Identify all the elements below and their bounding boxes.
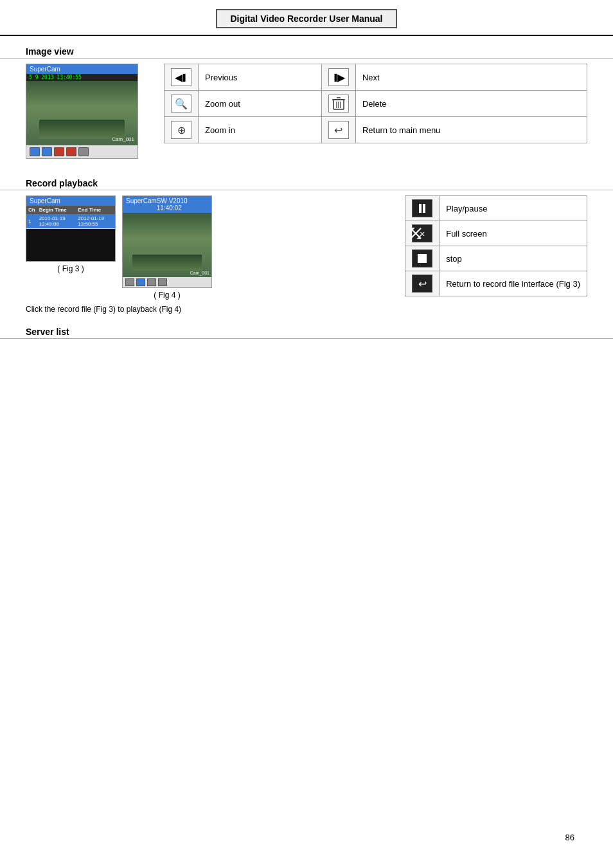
click-note: Click the record file (Fig 3) to playbac… bbox=[26, 305, 587, 314]
prev-icon-cell: ◀▌ bbox=[164, 64, 199, 91]
image-view-icon-table: ◀▌ Previous ▐▶ Next 🔍 Zoom out bbox=[164, 64, 587, 143]
fig4-titlebar: SuperCam SW V2010 11:40:02 bbox=[123, 196, 211, 213]
fig4-btn-2[interactable] bbox=[136, 278, 145, 286]
record-playback-title: Record playback bbox=[0, 178, 613, 190]
cam-toolbar-btn-4[interactable] bbox=[66, 147, 76, 156]
zoom-out-icon: 🔍 bbox=[171, 95, 191, 113]
table-row: ✕ Full screen bbox=[405, 221, 587, 246]
col-end: End Time bbox=[76, 206, 115, 214]
zoom-in-icon-cell: ⊕ bbox=[164, 117, 199, 143]
fig4-container: SuperCam SW V2010 11:40:02 Cam_001 ( Fig… bbox=[122, 195, 212, 300]
fig4-app-name: SuperCam bbox=[126, 197, 157, 212]
image-view-section: SuperCam 5 9 2013 13:40:55 Cam_001 ◀▌ Pr… bbox=[0, 64, 613, 159]
delete-icon-cell bbox=[321, 91, 355, 117]
fig4-toolbar bbox=[123, 277, 211, 287]
camera-toolbar bbox=[26, 145, 138, 158]
delete-icon bbox=[328, 95, 349, 113]
zoom-in-icon: ⊕ bbox=[171, 121, 191, 139]
record-content: SuperCam Ch Begin Time End Time bbox=[26, 195, 587, 300]
fig3-dark-area bbox=[26, 229, 115, 261]
stop-icon-cell bbox=[405, 246, 440, 271]
table-row: ⊕ Zoom in ↩ Return to main menu bbox=[164, 117, 587, 143]
fig3-header-row: Ch Begin Time End Time bbox=[26, 206, 115, 214]
table-row: stop bbox=[405, 246, 587, 271]
camera-cam-label: Cam_001 bbox=[112, 136, 134, 142]
zoom-out-icon-cell: 🔍 bbox=[164, 91, 199, 117]
return-main-label: Return to main menu bbox=[355, 117, 587, 143]
row-ch: 1 bbox=[26, 214, 37, 229]
fig4-timestamp: SW V2010 11:40:02 bbox=[157, 197, 208, 212]
fig3-titlebar: SuperCam bbox=[26, 196, 115, 206]
zoom-in-label: Zoom in bbox=[199, 117, 322, 143]
prev-label: Previous bbox=[199, 64, 322, 91]
next-label: Next bbox=[355, 64, 587, 91]
return-main-icon-cell: ↩ bbox=[321, 117, 355, 143]
full-screen-icon-cell: ✕ bbox=[405, 221, 440, 246]
fig4-label: ( Fig 4 ) bbox=[154, 291, 180, 300]
return-main-icon: ↩ bbox=[328, 121, 349, 139]
next-icon-cell: ▐▶ bbox=[321, 64, 355, 91]
server-list-title: Server list bbox=[0, 327, 613, 339]
row-begin: 2010-01-19 13:49:00 bbox=[37, 214, 76, 229]
cam-toolbar-btn-5[interactable] bbox=[78, 147, 89, 156]
camera-screenshot: SuperCam 5 9 2013 13:40:55 Cam_001 bbox=[26, 64, 138, 159]
fig3-label: ( Fig 3 ) bbox=[57, 264, 84, 273]
play-pause-icon bbox=[412, 199, 432, 217]
table-row: Play/pause bbox=[405, 196, 587, 221]
camera-app-name: SuperCam bbox=[30, 66, 60, 73]
table-row: 🔍 Zoom out Delete bbox=[164, 91, 587, 117]
fig4-cam-label: Cam_001 bbox=[190, 271, 209, 275]
document-title: Digital Video Recorder User Manual bbox=[216, 9, 396, 28]
full-screen-label: Full screen bbox=[440, 221, 587, 246]
page-header: Digital Video Recorder User Manual bbox=[0, 0, 613, 36]
return-record-icon-cell: ↩ bbox=[405, 271, 440, 296]
fig4-image-area: Cam_001 bbox=[123, 213, 211, 277]
fig3-view: SuperCam Ch Begin Time End Time bbox=[26, 195, 116, 262]
fig4-btn-1[interactable] bbox=[125, 278, 134, 286]
stop-label: stop bbox=[440, 246, 587, 271]
row-end: 2010-01-19 13:50:55 bbox=[76, 214, 115, 229]
fig3-app-name: SuperCam bbox=[30, 197, 60, 204]
table-row: ◀▌ Previous ▐▶ Next bbox=[164, 64, 587, 91]
pause-symbol bbox=[419, 204, 425, 213]
play-pause-label: Play/pause bbox=[440, 196, 587, 221]
delete-label: Delete bbox=[355, 91, 587, 117]
prev-icon: ◀▌ bbox=[171, 68, 191, 86]
stop-icon bbox=[412, 249, 432, 267]
camera-image-area: Cam_001 bbox=[26, 81, 138, 145]
return-record-icon: ↩ bbox=[412, 275, 432, 293]
fig3-table: Ch Begin Time End Time 1 2010-01-19 13:4… bbox=[26, 206, 115, 229]
zoom-out-label: Zoom out bbox=[199, 91, 322, 117]
stop-symbol bbox=[418, 254, 427, 263]
col-begin: Begin Time bbox=[37, 206, 76, 214]
col-ch: Ch bbox=[26, 206, 37, 214]
record-playback-section: SuperCam Ch Begin Time End Time bbox=[0, 195, 613, 314]
play-pause-icon-cell bbox=[405, 196, 440, 221]
next-icon: ▐▶ bbox=[328, 68, 349, 86]
full-screen-icon: ✕ bbox=[412, 224, 432, 242]
camera-titlebar: SuperCam bbox=[26, 64, 138, 74]
record-screenshots: SuperCam Ch Begin Time End Time bbox=[26, 195, 212, 300]
return-record-label: Return to record file interface (Fig 3) bbox=[440, 271, 587, 296]
camera-timestamp: 5 9 2013 13:40:55 bbox=[26, 74, 138, 81]
cam-toolbar-btn-3[interactable] bbox=[54, 147, 64, 156]
fig3-data-row[interactable]: 1 2010-01-19 13:49:00 2010-01-19 13:50:5… bbox=[26, 214, 115, 229]
table-row: ↩ Return to record file interface (Fig 3… bbox=[405, 271, 587, 296]
fig3-container: SuperCam Ch Begin Time End Time bbox=[26, 195, 116, 273]
fig4-btn-3[interactable] bbox=[147, 278, 156, 286]
cam-toolbar-btn-2[interactable] bbox=[42, 147, 52, 156]
fig4-view: SuperCam SW V2010 11:40:02 Cam_001 bbox=[122, 195, 212, 288]
page-number: 86 bbox=[565, 833, 574, 842]
image-view-title: Image view bbox=[0, 46, 613, 59]
cam-toolbar-btn-1[interactable] bbox=[30, 147, 40, 156]
record-icon-table: Play/pause ✕ Full screen bbox=[405, 195, 587, 296]
fig4-btn-4[interactable] bbox=[158, 278, 167, 286]
